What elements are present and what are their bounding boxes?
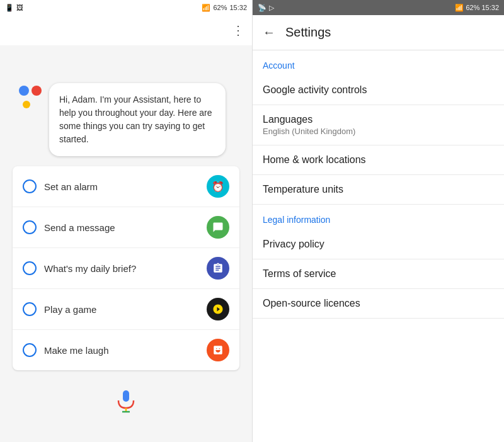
wifi-icon: ▷ <box>269 4 274 12</box>
open-source-title: Open-source licences <box>263 298 494 309</box>
suggestion-left-laugh: Make me laugh <box>23 343 109 357</box>
suggestion-circle-laugh <box>23 343 37 357</box>
right-panel: 📡 ▷ 📶 62% 15:32 ← Settings Account Googl… <box>252 0 504 442</box>
settings-item-languages[interactable]: Languages English (United Kingdom) <box>253 105 504 145</box>
right-status-right-info: 📶 62% 15:32 <box>455 4 499 12</box>
laugh-icon-button[interactable] <box>207 339 229 361</box>
time-right: 15:32 <box>481 4 499 11</box>
suggestion-item-alarm[interactable]: Set an alarm ⏰ <box>13 166 239 207</box>
suggestion-text-brief: What's my daily brief? <box>44 263 136 274</box>
suggestion-item-game[interactable]: Play a game <box>13 289 239 330</box>
suggestion-left-message: Send a message <box>23 220 115 234</box>
dot-red <box>32 86 42 96</box>
suggestion-circle-brief <box>23 261 37 275</box>
settings-item-terms[interactable]: Terms of service <box>253 259 504 289</box>
suggestion-text-alarm: Set an alarm <box>44 181 98 192</box>
top-bar-left: ⋮ <box>0 15 252 45</box>
back-button[interactable]: ← <box>263 25 275 40</box>
cast-icon: 📡 <box>258 4 266 12</box>
account-section-header: Account <box>253 50 504 76</box>
privacy-title: Privacy policy <box>263 239 494 250</box>
legal-section-header: Legal information <box>253 205 504 230</box>
mic-area[interactable] <box>113 380 139 423</box>
suggestion-left-brief: What's my daily brief? <box>23 261 136 275</box>
suggestion-item-message[interactable]: Send a message <box>13 207 239 248</box>
settings-content: Account Google activity controls Languag… <box>253 50 504 442</box>
suggestion-left-game: Play a game <box>23 302 96 316</box>
assistant-message-text: Hi, Adam. I'm your Assistant, here to he… <box>59 94 212 144</box>
suggestion-item-brief[interactable]: What's my daily brief? <box>13 248 239 289</box>
more-options-button[interactable]: ⋮ <box>232 23 244 38</box>
settings-item-privacy[interactable]: Privacy policy <box>253 230 504 259</box>
svg-rect-0 <box>123 390 129 402</box>
suggestion-circle-game <box>23 302 37 316</box>
battery-pct-right: 62% <box>466 4 479 11</box>
temperature-title: Temperature units <box>263 184 494 195</box>
google-activity-title: Google activity controls <box>263 84 494 96</box>
suggestion-text-laugh: Make me laugh <box>44 345 109 356</box>
languages-subtitle: English (United Kingdom) <box>263 127 494 136</box>
signal-icon: 📶 <box>202 4 210 12</box>
languages-title: Languages <box>263 114 494 125</box>
suggestions-list: Set an alarm ⏰ Send a message What's my … <box>13 166 239 370</box>
settings-item-home-work[interactable]: Home & work locations <box>253 145 504 175</box>
settings-header: ← Settings <box>253 15 504 50</box>
left-status-icons: 📱 🖼 <box>5 4 23 12</box>
dot-blue <box>19 86 29 96</box>
suggestion-circle-message <box>23 220 37 234</box>
assistant-logo-area: Hi, Adam. I'm your Assistant, here to he… <box>19 83 233 156</box>
alarm-icon-button[interactable]: ⏰ <box>207 175 229 198</box>
microphone-icon[interactable] <box>113 388 139 413</box>
game-icon-button[interactable] <box>207 298 229 320</box>
assistant-speech-bubble: Hi, Adam. I'm your Assistant, here to he… <box>49 83 226 156</box>
assistant-area: Hi, Adam. I'm your Assistant, here to he… <box>0 45 252 442</box>
suggestion-item-laugh[interactable]: Make me laugh <box>13 330 239 370</box>
battery-pct: 62% <box>213 4 227 11</box>
status-bar-left: 📱 🖼 📶 62% 15:32 <box>0 0 252 15</box>
time-left: 15:32 <box>229 4 247 11</box>
google-assistant-logo <box>19 86 42 108</box>
left-panel: 📱 🖼 📶 62% 15:32 ⋮ Hi, Adam. I'm your Ass… <box>0 0 252 442</box>
terms-title: Terms of service <box>263 268 494 280</box>
signal-icon-right: 📶 <box>455 4 464 12</box>
status-bar-right: 📡 ▷ 📶 62% 15:32 <box>253 0 504 15</box>
suggestion-text-message: Send a message <box>44 222 115 233</box>
right-status-left-icons: 📡 ▷ <box>258 4 274 12</box>
settings-item-open-source[interactable]: Open-source licences <box>253 289 504 319</box>
message-icon-button[interactable] <box>207 216 229 239</box>
suggestion-text-game: Play a game <box>44 304 96 315</box>
right-status-info: 📶 62% 15:32 <box>202 4 247 12</box>
phone-icon: 📱 <box>5 4 14 12</box>
image-icon: 🖼 <box>16 4 23 11</box>
settings-title: Settings <box>285 25 331 40</box>
suggestion-left-alarm: Set an alarm <box>23 179 98 193</box>
home-work-title: Home & work locations <box>263 154 494 166</box>
brief-icon-button[interactable] <box>207 257 229 280</box>
dot-yellow <box>23 101 30 108</box>
suggestion-circle-alarm <box>23 179 37 193</box>
settings-item-google-activity[interactable]: Google activity controls <box>253 76 504 105</box>
settings-item-temperature[interactable]: Temperature units <box>253 175 504 205</box>
